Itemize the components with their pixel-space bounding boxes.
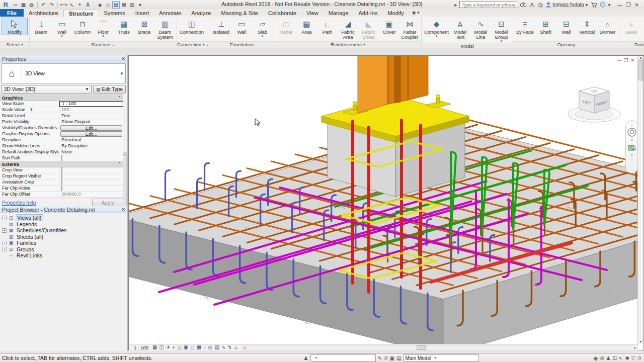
modify-state-icon[interactable]: ◉ ▾ — [412, 9, 420, 17]
type-selector[interactable]: ⌂ 3D View ▼ — [2, 63, 126, 83]
background-processes-icon[interactable]: ◉ — [594, 355, 598, 361]
design-options-pick-icon[interactable]: ▤ — [396, 355, 401, 361]
measure-icon[interactable]: ⟷ — [60, 1, 67, 9]
exchange-apps-icon[interactable] — [529, 2, 535, 8]
detail-level-icon[interactable]: ▦ — [152, 344, 157, 350]
collapse-icon[interactable]: ⌃ — [118, 162, 121, 166]
checkbox[interactable] — [61, 155, 62, 161]
redo-icon[interactable]: ↷ — [48, 1, 55, 9]
dropdown-arrow-icon[interactable]: ▾ — [436, 35, 438, 37]
browser-item-sheets-all-[interactable]: ▥Sheets (all) — [2, 234, 127, 240]
help-menu-arrow[interactable]: ▾ — [608, 2, 611, 8]
expand-icon[interactable]: + — [2, 241, 7, 245]
select-pinned-icon[interactable]: ♟ — [606, 355, 611, 361]
3d-model-view[interactable] — [129, 56, 638, 344]
section-header-extents[interactable]: Extents⌃ — [0, 161, 123, 167]
dropdown-arrow-icon[interactable]: ▾ — [262, 35, 264, 37]
truss-button[interactable]: ▦Truss — [114, 18, 134, 35]
property-value[interactable]: 1 : 100 — [59, 101, 123, 107]
section-icon[interactable]: ◇ — [104, 1, 112, 9]
component-button[interactable]: ◆Component▾ — [423, 18, 449, 38]
connection-button[interactable]: ◫Connection — [179, 18, 205, 35]
properties-help-link[interactable]: Properties help — [2, 200, 36, 206]
vertical-button[interactable]: ⇕Vertical — [577, 18, 597, 35]
property-value[interactable]: Structural — [59, 137, 123, 143]
analytical-model-icon[interactable]: ∿ — [221, 344, 225, 350]
collapse-icon[interactable]: ⌃ — [118, 96, 121, 100]
aligned-dimension-icon[interactable]: ∿ — [68, 1, 75, 9]
visual-style-icon[interactable]: ◫ — [159, 344, 164, 350]
fabric-area-button[interactable]: ◢Fabric Area — [338, 18, 358, 40]
tag-icon[interactable]: ⌖ — [76, 1, 84, 9]
rebar-coupler-button[interactable]: ⋈Rebar Coupler — [399, 18, 420, 40]
locked-3d-view-icon[interactable]: ▩ — [196, 344, 201, 350]
help-icon[interactable]: ? — [600, 2, 606, 8]
tab-massing-site[interactable]: Massing & Site — [216, 9, 263, 17]
apply-button[interactable]: Apply — [92, 199, 123, 207]
dormer-button[interactable]: ⌂Dormer — [597, 18, 617, 35]
crop-view-icon[interactable]: ▣ — [184, 344, 188, 350]
window-close-button[interactable]: ✕ — [635, 2, 639, 8]
customize-qat-icon[interactable]: ▾ — [136, 1, 144, 9]
model-line-button[interactable]: ∿Model Line — [470, 18, 491, 40]
drag-on-selection-icon[interactable]: ↖ — [619, 355, 623, 361]
wheel-menu-arrow[interactable]: ▾ — [631, 138, 633, 142]
property-value[interactable]: None — [59, 149, 123, 155]
column-button[interactable]: ⊓Column — [72, 18, 93, 35]
view-minimize-icon[interactable]: — — [617, 58, 621, 63]
vertical-scrollbar[interactable]: ▲ ▼ — [637, 56, 643, 344]
expand-icon[interactable]: + — [2, 228, 7, 233]
window-restore-button[interactable]: ❐ — [626, 2, 631, 8]
tab-manage[interactable]: Manage — [324, 9, 354, 17]
shaft-button[interactable]: ⊞Shaft — [535, 18, 555, 35]
drawing-area[interactable]: — ❐ ✕ TOP LEFT FRONT ▾ ▾ ▲ ▼ 1 : 100 ▦◫☀… — [128, 55, 644, 350]
view-cube[interactable]: TOP LEFT FRONT — [564, 80, 629, 130]
project-browser-close-icon[interactable]: ✕ — [121, 207, 125, 212]
checkbox[interactable] — [61, 179, 62, 185]
active-workset-select[interactable]: ▾ — [310, 354, 376, 361]
wall-button[interactable]: ▭Wall — [231, 18, 252, 35]
scale-button[interactable]: 1 : 100 — [132, 344, 150, 351]
dropdown-arrow-icon[interactable]: ▾ — [61, 35, 63, 37]
close-hidden-windows-icon[interactable]: ⊠ — [120, 1, 128, 9]
tab-collaborate[interactable]: Collaborate — [263, 9, 301, 17]
group-label-select[interactable]: Select▾ — [0, 41, 29, 48]
hscroll-thumb[interactable] — [417, 345, 426, 350]
window-minimize-button[interactable]: — — [617, 2, 622, 8]
switch-windows-icon[interactable]: ▥ — [128, 1, 136, 9]
model-group-button[interactable]: ⊡Model Group▾ — [491, 18, 511, 43]
section-header-graphics[interactable]: Graphics⌃ — [0, 95, 123, 101]
tab-modify[interactable]: Modify — [382, 9, 409, 17]
tab-systems[interactable]: Systems — [99, 9, 130, 17]
tab-add-ins[interactable]: Add-Ins — [354, 9, 383, 17]
browser-item-groups[interactable]: +⊡Groups — [2, 246, 127, 253]
beam-button[interactable]: ⌶Beam — [31, 18, 51, 35]
reveal-constraints-icon[interactable]: ⊥ — [234, 344, 238, 350]
type-selector-arrow[interactable]: ▼ — [118, 71, 125, 76]
steering-wheel-icon[interactable] — [627, 127, 637, 137]
signed-in-user[interactable]: tomasz.fudala — [552, 2, 584, 8]
select-links-icon[interactable]: ⊘ — [600, 355, 604, 361]
tab-file[interactable]: File — [0, 9, 24, 17]
group-menu-arrow[interactable]: ▾ — [21, 42, 23, 48]
text-icon[interactable]: A — [84, 1, 92, 9]
vscroll-thumb[interactable] — [638, 60, 643, 80]
search-input[interactable] — [459, 1, 517, 8]
shadows-icon[interactable]: ◐ — [173, 344, 176, 350]
wall-button[interactable]: ⊟Wall — [556, 18, 576, 35]
project-browser-header[interactable]: Project Browser - Concrete Detailing.rvt… — [0, 206, 127, 213]
browser-item-families[interactable]: +▣Families — [2, 240, 127, 246]
hscroll-left-arrow[interactable]: ◂ — [244, 346, 246, 350]
displacement-sets-icon[interactable]: ↯ — [227, 344, 231, 350]
zoom-region-icon[interactable] — [627, 143, 636, 152]
dropdown-arrow-icon[interactable]: ▾ — [501, 40, 503, 42]
floor-button[interactable]: ⌒Floor▾ — [93, 18, 113, 38]
cart-icon[interactable] — [591, 2, 597, 8]
design-option-select[interactable]: Main Model▾ — [404, 354, 479, 361]
modify-button[interactable]: Modify — [2, 18, 28, 35]
brace-button[interactable]: ⊠Brace — [134, 18, 154, 35]
default-3d-view-icon[interactable]: ◈ — [96, 1, 104, 9]
by-face-button[interactable]: ΞBy Face — [515, 18, 535, 35]
tab-annotate[interactable]: Annotate — [154, 9, 186, 17]
tab-insert[interactable]: Insert — [130, 9, 154, 17]
